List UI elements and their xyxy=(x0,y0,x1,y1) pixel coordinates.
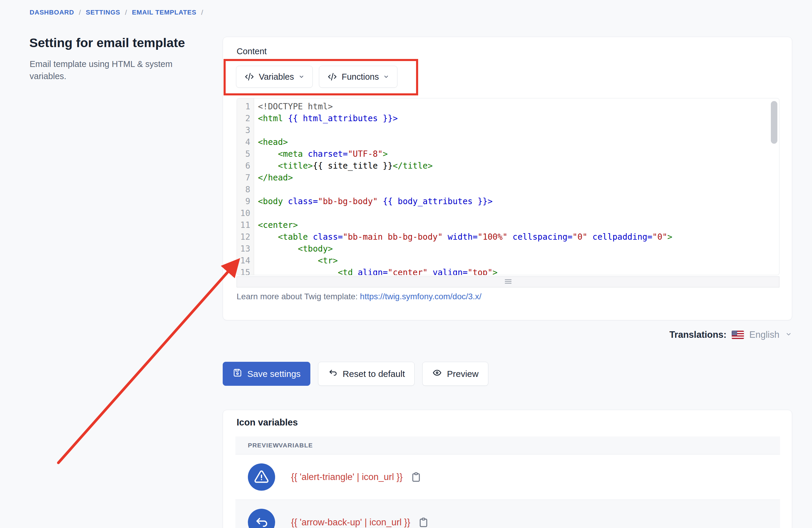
variables-dropdown-button[interactable]: Variables xyxy=(236,66,313,88)
page-title: Setting for email template xyxy=(29,35,185,50)
preview-label: Preview xyxy=(447,369,479,379)
code-line: 14 <tr> xyxy=(237,255,779,267)
arrow-back-up-icon xyxy=(328,368,338,380)
save-settings-label: Save settings xyxy=(247,369,301,379)
functions-dropdown-button[interactable]: Functions xyxy=(319,66,398,88)
code-line: 7</head> xyxy=(237,172,779,184)
twig-doc-link[interactable]: https://twig.symfony.com/doc/3.x/ xyxy=(360,292,481,301)
email-template-settings-page: DASHBOARD / SETTINGS / EMAIL TEMPLATES /… xyxy=(0,0,812,528)
language-selector[interactable]: English xyxy=(749,329,780,340)
content-field-label: Content xyxy=(237,46,267,56)
variable-code: {{ 'alert-triangle' | icon_url }} xyxy=(291,472,403,482)
code-lines: 1<!DOCTYPE html>2<html {{ html_attribute… xyxy=(237,98,779,275)
editor-scrollbar-thumb[interactable] xyxy=(771,101,777,144)
icon-variables-table: PREVIEW VARIABLE {{ 'alert-triangle' | i… xyxy=(235,437,780,528)
chevron-down-icon xyxy=(383,74,389,80)
code-line: 8 xyxy=(237,184,779,196)
code-line: 3 xyxy=(237,125,779,136)
variables-dropdown-label: Variables xyxy=(259,72,294,82)
code-editor[interactable]: 1<!DOCTYPE html>2<html {{ html_attribute… xyxy=(237,98,780,275)
code-line: 6 <title>{{ site_title }}</title> xyxy=(237,160,779,172)
eye-icon xyxy=(432,368,442,380)
functions-dropdown-label: Functions xyxy=(342,72,379,82)
code-icon xyxy=(244,72,255,82)
column-header-variable: VARIABLE xyxy=(279,442,313,449)
icon-preview-cell xyxy=(235,463,291,491)
us-flag-icon[interactable] xyxy=(732,331,744,339)
preview-button[interactable]: Preview xyxy=(422,362,488,386)
twig-help-label: Learn more about Twig template: xyxy=(237,292,360,301)
code-line: 2<html {{ html_attributes }}> xyxy=(237,113,779,125)
breadcrumb-separator: / xyxy=(125,8,127,17)
code-line: 9<body class="bb-bg-body" {{ body_attrib… xyxy=(237,196,779,208)
copy-to-clipboard-button[interactable] xyxy=(410,471,422,483)
icon-variables-card: Icon variables PREVIEW VARIABLE {{ 'aler… xyxy=(223,410,792,528)
code-line: 12 <table class="bb-main bb-bg-body" wid… xyxy=(237,231,779,243)
table-header-row: PREVIEW VARIABLE xyxy=(235,437,780,455)
reset-to-default-button[interactable]: Reset to default xyxy=(318,362,415,386)
table-row: {{ 'alert-triangle' | icon_url }} xyxy=(235,455,780,500)
editor-resize-handle[interactable] xyxy=(237,276,780,287)
twig-help-text: Learn more about Twig template: https://… xyxy=(237,292,481,301)
translations-label: Translations: xyxy=(669,329,726,340)
variable-code: {{ 'arrow-back-up' | icon_url }} xyxy=(291,517,410,528)
editor-toolbar: Variables Functions xyxy=(236,66,397,88)
chevron-down-icon[interactable] xyxy=(785,331,792,339)
arrow-back-up-icon xyxy=(248,509,275,528)
icon-preview-cell xyxy=(235,509,291,528)
copy-to-clipboard-button[interactable] xyxy=(418,516,429,528)
column-header-preview: PREVIEW xyxy=(235,442,279,449)
content-card: Content Variables Functions xyxy=(223,37,792,320)
variable-cell: {{ 'alert-triangle' | icon_url }} xyxy=(291,471,422,483)
code-line: 5 <meta charset="UTF-8"> xyxy=(237,148,779,160)
reset-to-default-label: Reset to default xyxy=(343,369,405,379)
code-line: 1<!DOCTYPE html> xyxy=(237,101,779,113)
translations-selector: Translations: English xyxy=(669,329,792,340)
code-line: 13 <tbody> xyxy=(237,243,779,255)
code-line: 10 xyxy=(237,208,779,219)
alert-triangle-icon xyxy=(248,463,275,491)
form-actions: Save settings Reset to default Preview xyxy=(223,362,488,386)
breadcrumb-separator: / xyxy=(201,8,203,17)
breadcrumb-settings[interactable]: SETTINGS xyxy=(86,9,120,16)
code-icon xyxy=(327,72,337,82)
code-line: 11<center> xyxy=(237,219,779,231)
variable-cell: {{ 'arrow-back-up' | icon_url }} xyxy=(291,516,429,528)
breadcrumb-dashboard[interactable]: DASHBOARD xyxy=(30,9,74,16)
breadcrumb-separator: / xyxy=(79,8,81,17)
save-settings-button[interactable]: Save settings xyxy=(223,362,310,386)
page-subtitle: Email template using HTML & system varia… xyxy=(30,58,180,82)
table-row: {{ 'arrow-back-up' | icon_url }} xyxy=(235,500,780,528)
icon-variables-title: Icon variables xyxy=(237,417,298,428)
chevron-down-icon xyxy=(299,74,304,80)
code-line: 4<head> xyxy=(237,136,779,148)
breadcrumb: DASHBOARD / SETTINGS / EMAIL TEMPLATES / xyxy=(30,8,203,17)
breadcrumb-email-templates[interactable]: EMAIL TEMPLATES xyxy=(132,9,197,16)
code-line: 15 <td align="center" valign="top"> xyxy=(237,267,779,275)
grip-lines-icon xyxy=(504,279,512,286)
save-icon xyxy=(232,368,243,380)
